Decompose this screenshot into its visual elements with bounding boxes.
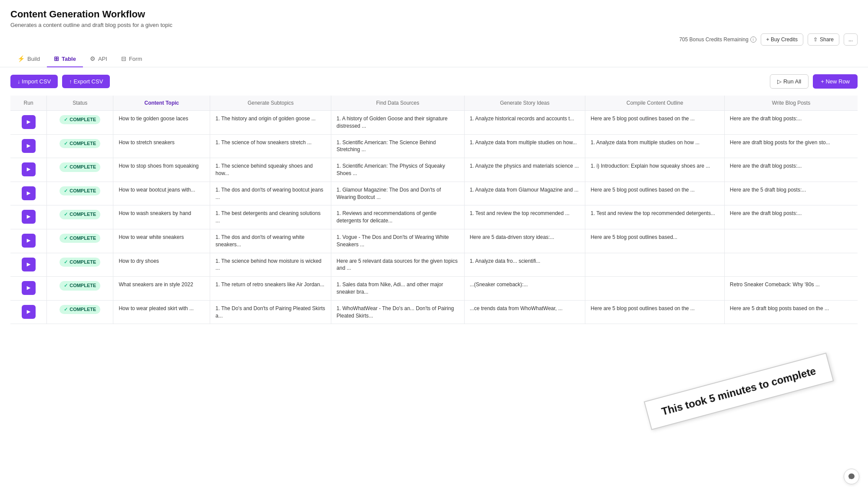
top-bar: 705 Bonus Credits Remaining i + Buy Cred… (0, 28, 868, 51)
tab-build-label: Build (27, 56, 40, 62)
share-label: Share (820, 36, 834, 43)
run-button[interactable] (22, 186, 36, 200)
table-row: ✓COMPLETEHow to wear pleated skirt with … (10, 300, 858, 324)
topic-cell: How to wear bootcut jeans with... (113, 182, 210, 205)
story-cell: Here are 5 data-driven story ideas:... (464, 229, 585, 253)
api-icon: ⚙ (90, 55, 96, 62)
import-csv-button[interactable]: ↓ Import CSV (10, 75, 58, 88)
tab-api-label: API (98, 56, 107, 62)
form-icon: ⊟ (121, 55, 126, 62)
status-cell: ✓COMPLETE (47, 158, 113, 182)
status-cell: ✓COMPLETE (47, 182, 113, 205)
tab-form-label: Form (129, 56, 142, 62)
run-button[interactable] (22, 115, 36, 129)
table-row: ✓COMPLETEHow to wash sneakers by hand1. … (10, 205, 858, 229)
run-all-button[interactable]: ▷ Run All (770, 74, 809, 89)
subtopics-cell: 1. The best detergents and cleaning solu… (210, 205, 331, 229)
table-row: ✓COMPLETEHow to stretch sneakers1. The s… (10, 134, 858, 158)
run-cell (10, 111, 47, 135)
outline-cell: Here are 5 blog post outlines based... (585, 229, 725, 253)
check-icon: ✓ (64, 306, 68, 313)
subtopics-cell: 1. The dos and don'ts of wearing white s… (210, 229, 331, 253)
run-button[interactable] (22, 305, 36, 319)
subtopics-cell: 1. The science of how sneakers stretch .… (210, 134, 331, 158)
story-cell: 1. Analyze the physics and materials sci… (464, 158, 585, 182)
topic-cell: How to wear pleated skirt with ... (113, 300, 210, 324)
run-button[interactable] (22, 281, 36, 295)
col-outline: Compile Content Outline (585, 96, 725, 111)
run-button[interactable] (22, 139, 36, 153)
posts-cell: Here are draft blog posts for the given … (724, 134, 858, 158)
tab-table[interactable]: ⊞ Table (47, 51, 83, 67)
story-cell: 1. Analyze data from multiple studies on… (464, 134, 585, 158)
share-button[interactable]: ⇧ Share (808, 33, 839, 46)
story-cell: 1. Analyze data fro... scientifi... (464, 253, 585, 277)
posts-cell: Retro Sneaker Comeback: Why '80s ... (724, 277, 858, 301)
toolbar-right: ▷ Run All + New Row (770, 74, 858, 89)
check-icon: ✓ (64, 116, 68, 123)
table-icon: ⊞ (54, 55, 59, 62)
status-cell: ✓COMPLETE (47, 134, 113, 158)
credits-info: 705 Bonus Credits Remaining i (679, 36, 756, 43)
posts-cell: Here are the draft blog posts:... (724, 158, 858, 182)
export-csv-button[interactable]: ↑ Export CSV (62, 75, 110, 88)
status-cell: ✓COMPLETE (47, 229, 113, 253)
posts-cell: Here are the draft blog posts:... (724, 111, 858, 135)
subtopics-cell: 1. The science behind squeaky shoes and … (210, 158, 331, 182)
run-cell (10, 277, 47, 301)
run-button[interactable] (22, 210, 36, 224)
sources-cell: 1. Scientific American: The Physics of S… (331, 158, 465, 182)
run-cell (10, 253, 47, 277)
story-cell: 1. Analyze data from Glamour Magazine an… (464, 182, 585, 205)
table-row: ✓COMPLETEHow to wear bootcut jeans with.… (10, 182, 858, 205)
posts-cell: Here are the 5 draft blog posts:... (724, 182, 858, 205)
run-button[interactable] (22, 234, 36, 248)
status-cell: ✓COMPLETE (47, 300, 113, 324)
subtopics-cell: 1. The return of retro sneakers like Air… (210, 277, 331, 301)
tab-build[interactable]: ⚡ Build (10, 51, 47, 67)
tab-table-label: Table (62, 56, 76, 62)
buy-credits-button[interactable]: + Buy Credits (761, 33, 803, 46)
topic-cell: How to wear white sneakers (113, 229, 210, 253)
col-posts: Write Blog Posts (724, 96, 858, 111)
col-sources: Find Data Sources (331, 96, 465, 111)
status-badge: ✓COMPLETE (59, 115, 100, 124)
status-badge: ✓COMPLETE (59, 162, 100, 172)
subtopics-cell: 1. The Do's and Don'ts of Pairing Pleate… (210, 300, 331, 324)
check-icon: ✓ (64, 282, 68, 289)
run-button[interactable] (22, 162, 36, 176)
col-topic: Content Topic (113, 96, 210, 111)
new-row-button[interactable]: + New Row (813, 74, 858, 89)
sources-cell: 1. A history of Golden Goose and their s… (331, 111, 465, 135)
app-subtitle: Generates a content outline and draft bl… (10, 22, 858, 28)
story-cell: ...(Sneaker comeback):... (464, 277, 585, 301)
check-icon: ✓ (64, 259, 68, 265)
table-row: ✓COMPLETEWhat sneakers are in style 2022… (10, 277, 858, 301)
sources-cell: 1. Reviews and recommendations of gentle… (331, 205, 465, 229)
credits-text: 705 Bonus Credits Remaining (679, 36, 748, 43)
app-title: Content Generation Workflow (10, 9, 858, 20)
sources-cell: 1. WhoWhatWear - The Do's an... Don'ts o… (331, 300, 465, 324)
outline-cell (585, 277, 725, 301)
table-row: ✓COMPLETEHow to tie golden goose laces1.… (10, 111, 858, 135)
nav-tabs: ⚡ Build ⊞ Table ⚙ API ⊟ Form (0, 51, 868, 67)
sources-cell: 1. Sales data from Nike, Adi... and othe… (331, 277, 465, 301)
check-icon: ✓ (64, 140, 68, 147)
status-badge: ✓COMPLETE (59, 139, 100, 148)
table-row: ✓COMPLETEHow to stop shoes from squeakin… (10, 158, 858, 182)
app-header: Content Generation Workflow Generates a … (0, 0, 868, 28)
posts-cell (724, 253, 858, 277)
run-button[interactable] (22, 258, 36, 271)
tab-api[interactable]: ⚙ API (83, 51, 114, 67)
tab-form[interactable]: ⊟ Form (114, 51, 149, 67)
col-subtopics: Generate Subtopics (210, 96, 331, 111)
run-cell (10, 229, 47, 253)
table-container: Run Status Content Topic Generate Subtop… (0, 96, 868, 324)
run-cell (10, 182, 47, 205)
more-button[interactable]: ... (844, 33, 858, 46)
outline-cell: Here are 5 blog post outlines based on t… (585, 111, 725, 135)
status-cell: ✓COMPLETE (47, 253, 113, 277)
outline-cell: 1. Test and review the top recommended d… (585, 205, 725, 229)
check-icon: ✓ (64, 164, 68, 170)
topic-cell: How to tie golden goose laces (113, 111, 210, 135)
